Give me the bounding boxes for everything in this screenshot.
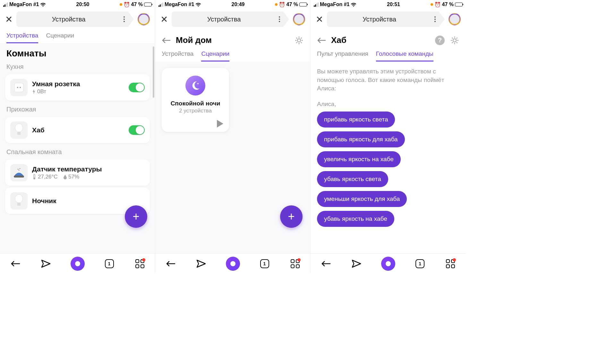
- svg-point-13: [297, 39, 301, 42]
- svg-point-3: [15, 124, 23, 132]
- carrier-label: MegaFon #1: [9, 2, 39, 7]
- nav-tabs[interactable]: 1: [259, 258, 270, 269]
- nav-alice[interactable]: [381, 257, 395, 271]
- play-icon[interactable]: [216, 119, 224, 128]
- help-icon[interactable]: ?: [435, 36, 445, 45]
- tab-devices[interactable]: Устройства: [6, 32, 38, 43]
- tab-remote[interactable]: Пульт управления: [317, 50, 368, 62]
- back-arrow-icon[interactable]: [162, 37, 171, 44]
- wifi-icon: [195, 2, 201, 7]
- close-icon[interactable]: ✕: [5, 14, 13, 25]
- tab-scenarios[interactable]: Сценарии: [201, 50, 229, 62]
- alarm-icon: ⏰: [124, 2, 130, 8]
- app-header: ✕ Устройства: [0, 9, 155, 29]
- voice-pill[interactable]: увеличь яркость на хабе: [317, 151, 401, 167]
- scrollbar[interactable]: [153, 46, 154, 98]
- alarm-icon: ⏰: [434, 2, 441, 8]
- gear-icon[interactable]: [450, 36, 459, 45]
- fab-add[interactable]: +: [280, 205, 303, 228]
- status-bar: MegaFon #1 20:50 ⏰ 47 %: [0, 0, 155, 9]
- gear-icon[interactable]: [294, 36, 304, 45]
- svg-point-2: [20, 87, 21, 88]
- voice-pill[interactable]: убавь яркость на хабе: [317, 211, 394, 227]
- svg-rect-12: [17, 203, 21, 206]
- svg-point-7: [20, 168, 21, 169]
- kebab-icon[interactable]: [434, 16, 436, 22]
- close-icon[interactable]: ✕: [316, 14, 323, 25]
- nav-send[interactable]: [351, 258, 362, 269]
- location-dot-icon: [120, 3, 122, 6]
- svg-point-11: [15, 194, 23, 203]
- bulb-icon: [10, 121, 28, 139]
- bulb-icon: [10, 192, 28, 210]
- time: 20:50: [76, 2, 90, 7]
- nav-grid[interactable]: [134, 258, 146, 269]
- wifi-icon: [351, 2, 356, 7]
- device-card[interactable]: Хаб: [5, 117, 150, 143]
- nav-back[interactable]: [10, 258, 21, 269]
- avatar[interactable]: [449, 13, 461, 25]
- signal-icon: [158, 3, 163, 7]
- nav-alice[interactable]: [71, 257, 85, 271]
- voice-pill[interactable]: прибавь яркость света: [317, 112, 395, 128]
- sensor-icon: [10, 164, 28, 181]
- voice-pill[interactable]: уменьши яркость для хаба: [317, 191, 407, 207]
- tab-scenarios[interactable]: Сценарии: [46, 32, 74, 43]
- nav-grid[interactable]: [289, 258, 301, 269]
- page-title: Мой дом: [176, 35, 289, 45]
- tabs: Пульт управления Голосовые команды: [311, 48, 466, 62]
- nav-alice[interactable]: [226, 257, 240, 271]
- tab-devices[interactable]: Устройства: [162, 50, 193, 62]
- fab-add[interactable]: +: [125, 205, 147, 228]
- nav-back[interactable]: [165, 258, 176, 269]
- avatar[interactable]: [138, 13, 150, 25]
- nav-send[interactable]: [40, 258, 52, 269]
- scenario-card[interactable]: Спокойной ночи 2 устройства: [162, 68, 229, 132]
- nav-grid[interactable]: [445, 258, 456, 269]
- battery-icon: [144, 3, 152, 6]
- avatar[interactable]: [293, 13, 305, 25]
- signal-icon: [314, 3, 319, 7]
- title-pill[interactable]: Устройства: [172, 12, 289, 27]
- screen-devices: MegaFon #1 20:50 ⏰ 47 % ✕ Устройства Уст…: [0, 0, 155, 273]
- room-label: Кухня: [0, 60, 155, 72]
- droplet-icon: [63, 174, 67, 179]
- voice-pill[interactable]: убавь яркость света: [317, 171, 388, 187]
- title-pill[interactable]: Устройства: [16, 12, 134, 27]
- back-arrow-icon[interactable]: [317, 37, 326, 44]
- screen-voice: MegaFon #1 20:51 ⏰ 47 % ✕ Устройства Хаб…: [311, 0, 466, 273]
- kebab-icon[interactable]: [279, 16, 280, 22]
- nav-send[interactable]: [195, 258, 207, 269]
- bottom-nav: 1: [155, 253, 310, 273]
- svg-point-14: [453, 39, 456, 42]
- close-icon[interactable]: ✕: [160, 14, 168, 25]
- nav-tabs[interactable]: 1: [104, 258, 115, 269]
- tabs: Устройства Сценарии: [0, 29, 155, 43]
- socket-icon: [10, 79, 28, 96]
- toggle[interactable]: [129, 83, 145, 92]
- battery-label: 47 %: [131, 2, 143, 7]
- voice-intro: Вы можете управлять этим устройством с п…: [311, 62, 466, 99]
- voice-pill[interactable]: прибавь яркость для хаба: [317, 131, 405, 147]
- status-bar: MegaFon #1 20:49 ⏰ 47 %: [155, 0, 310, 9]
- svg-point-1: [17, 87, 18, 88]
- title-pill[interactable]: Устройства: [327, 12, 445, 27]
- nav-back[interactable]: [320, 258, 332, 269]
- kebab-icon[interactable]: [124, 16, 125, 22]
- device-name: Датчик температуры: [32, 165, 145, 173]
- tab-voice[interactable]: Голосовые команды: [376, 50, 433, 62]
- bottom-nav: 1: [0, 253, 155, 273]
- title-text: Устройства: [52, 16, 86, 23]
- tabs: Устройства Сценарии: [155, 48, 310, 62]
- moon-icon: [185, 76, 205, 95]
- signal-icon: [3, 3, 8, 7]
- location-dot-icon: [431, 3, 433, 6]
- device-name: Хаб: [32, 126, 124, 134]
- content: Спокойной ночи 2 устройства +: [155, 62, 310, 253]
- heading-row: Мой дом: [155, 29, 310, 48]
- device-card[interactable]: Датчик температуры 27,26°C 57%: [5, 160, 150, 186]
- nav-tabs[interactable]: 1: [414, 258, 426, 269]
- toggle[interactable]: [129, 125, 145, 135]
- wifi-icon: [40, 2, 46, 7]
- device-card[interactable]: Умная розетка 0Вт: [5, 74, 150, 101]
